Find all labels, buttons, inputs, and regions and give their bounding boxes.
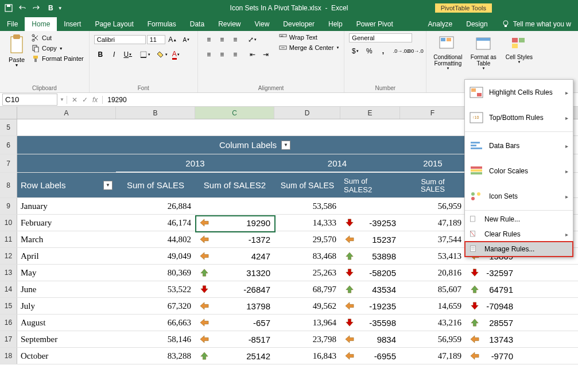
border-button[interactable]: ▼	[139, 48, 152, 61]
tab-help[interactable]: Help	[321, 17, 350, 31]
tab-power-pivot[interactable]: Power Pivot	[350, 17, 400, 31]
name-box-dropdown-icon[interactable]: ▼	[60, 97, 67, 102]
table-row[interactable]: 18October83,2882514216,843-695547,189-97…	[0, 348, 578, 364]
tab-review[interactable]: Review	[211, 17, 247, 31]
svg-rect-5	[13, 34, 20, 39]
percent-button[interactable]: %	[363, 45, 375, 57]
increase-font-icon[interactable]: A▲	[166, 33, 179, 46]
tell-me[interactable]: Tell me what you w	[495, 17, 578, 31]
italic-button[interactable]: I	[108, 48, 121, 61]
cut-button[interactable]: Cut	[31, 33, 84, 42]
col-header-D[interactable]: D	[274, 107, 340, 119]
tab-design[interactable]: Design	[459, 17, 494, 31]
save-icon[interactable]	[3, 3, 14, 13]
row-labels-filter-icon[interactable]: ▼	[103, 181, 113, 190]
table-row[interactable]: 14June53,522-2684768,7974353485,60764791	[0, 281, 578, 298]
select-all-corner[interactable]	[0, 107, 17, 119]
quick-access-toolbar: B ▼	[0, 3, 66, 13]
cf-highlight-cells[interactable]: Highlight Cells Rules▸	[465, 80, 573, 105]
format-painter-button[interactable]: Format Painter	[31, 54, 84, 63]
decrease-decimal-icon[interactable]: .00→.0	[409, 45, 421, 57]
tab-page-layout[interactable]: Page Layout	[88, 17, 140, 31]
align-middle-icon[interactable]: ≡	[216, 33, 228, 46]
underline-button[interactable]: U ▼	[122, 48, 134, 61]
conditional-formatting-button[interactable]: Conditional Formatting ▼	[431, 33, 464, 71]
cf-color-scales[interactable]: Color Scales▸	[465, 158, 573, 184]
align-right-icon[interactable]: ≡	[229, 48, 242, 61]
decrease-indent-icon[interactable]: ⇤	[246, 48, 259, 61]
currency-button[interactable]: $▼	[349, 45, 362, 57]
font-size-select[interactable]	[147, 35, 165, 44]
paste-button[interactable]: Paste ▼	[5, 33, 29, 67]
fx-icon[interactable]: fx	[92, 96, 98, 104]
col-header-F[interactable]: F	[400, 107, 465, 119]
redo-icon[interactable]	[31, 3, 41, 13]
col-header-E[interactable]: E	[340, 107, 400, 119]
svg-rect-34	[471, 166, 482, 169]
decrease-font-icon[interactable]: A▼	[180, 33, 193, 46]
cf-clear-rules[interactable]: Clear Rules▸	[465, 227, 573, 242]
align-center-icon[interactable]: ≡	[216, 48, 228, 61]
trend-arrow-icon	[344, 201, 355, 211]
copy-button[interactable]: Copy ▼	[31, 44, 84, 53]
merge-icon	[279, 44, 287, 52]
qat-bold[interactable]: B	[48, 4, 53, 12]
font-color-button[interactable]: A▼	[170, 48, 183, 61]
tab-view[interactable]: View	[248, 17, 277, 31]
tab-insert[interactable]: Insert	[57, 17, 88, 31]
title-bar: B ▼ Icon Sets In A Pivot Table.xlsx - Ex…	[0, 0, 578, 16]
format-as-table-button[interactable]: Format as Table ▼	[467, 33, 500, 71]
align-left-icon[interactable]: ≡	[203, 48, 215, 61]
svg-rect-31	[471, 142, 480, 143]
undo-icon[interactable]	[17, 3, 28, 13]
table-row[interactable]: 17September58,146-851723,798983456,95913…	[0, 331, 578, 348]
increase-indent-icon[interactable]: ⇥	[259, 48, 272, 61]
align-bottom-icon[interactable]: ≡	[229, 33, 242, 46]
comma-button[interactable]: ,	[377, 45, 389, 57]
cf-manage-rules[interactable]: Manage Rules...	[464, 241, 573, 257]
qat-dropdown-icon[interactable]: ▼	[58, 6, 63, 11]
font-name-select[interactable]	[94, 35, 146, 44]
svg-rect-19	[441, 38, 445, 41]
cf-data-bars[interactable]: Data Bars▸	[465, 133, 573, 158]
trend-arrow-icon	[344, 285, 355, 294]
col-header-B[interactable]: B	[116, 107, 195, 119]
trend-arrow-icon	[469, 335, 480, 344]
tab-file[interactable]: File	[0, 17, 25, 31]
svg-rect-20	[447, 38, 451, 41]
orientation-icon[interactable]: ⤢▼	[246, 33, 259, 46]
cf-top-bottom[interactable]: ↑10 Top/Bottom Rules▸	[465, 105, 573, 130]
col-header-C[interactable]: C	[195, 107, 274, 119]
number-format-select[interactable]	[349, 33, 412, 42]
merge-center-button[interactable]: Merge & Center ▼	[279, 44, 340, 52]
fill-color-button[interactable]: ▼	[156, 48, 169, 61]
table-row[interactable]: 13May80,3693132025,263-5820520,816-32597	[0, 265, 578, 281]
table-row[interactable]: 16August66,663-65713,964-3559843,2162855…	[0, 315, 578, 331]
tab-formulas[interactable]: Formulas	[141, 17, 183, 31]
cf-new-rule[interactable]: New Rule...	[465, 212, 573, 227]
data-bars-icon	[470, 140, 483, 152]
cf-icon-sets[interactable]: Icon Sets▸	[465, 184, 573, 209]
cancel-formula-icon[interactable]: ✕	[72, 96, 77, 104]
col-header-A[interactable]: A	[17, 107, 116, 119]
top-bottom-icon: ↑10	[470, 112, 483, 123]
svg-point-2	[503, 21, 508, 25]
paste-icon	[7, 33, 26, 56]
enter-formula-icon[interactable]: ✓	[82, 96, 88, 104]
name-box[interactable]	[2, 94, 57, 106]
tab-analyze[interactable]: Analyze	[421, 17, 460, 31]
align-top-icon[interactable]: ≡	[203, 33, 215, 46]
tab-developer[interactable]: Developer	[276, 17, 321, 31]
tab-home[interactable]: Home	[25, 17, 57, 31]
cell-styles-icon	[510, 34, 528, 53]
bold-button[interactable]: B	[94, 48, 107, 61]
svg-text:ab: ab	[281, 34, 284, 37]
highlight-cells-icon	[470, 87, 483, 98]
increase-decimal-icon[interactable]: .0→.00	[395, 45, 408, 57]
clear-rules-icon	[470, 230, 479, 238]
cell-styles-button[interactable]: Cell Styles ▼	[502, 33, 536, 64]
table-row[interactable]: 15July67,3201379849,562-1923514,659-7094…	[0, 298, 578, 315]
wrap-text-button[interactable]: abWrap Text	[279, 33, 340, 41]
tab-data[interactable]: Data	[183, 17, 211, 31]
column-labels-filter-icon[interactable]: ▼	[281, 141, 290, 150]
